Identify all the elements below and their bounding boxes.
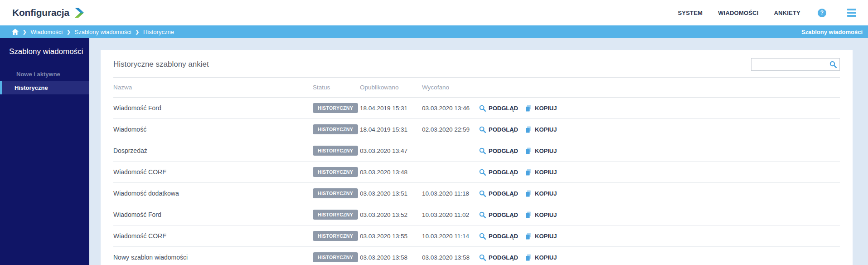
content-card: Historyczne szablony ankiet Nazwa Status… bbox=[101, 50, 853, 265]
search-input[interactable] bbox=[751, 58, 840, 71]
copy-button[interactable]: KOPIUJ bbox=[525, 168, 557, 176]
copy-label: KOPIUJ bbox=[535, 233, 557, 240]
copy-icon bbox=[525, 147, 533, 155]
preview-button[interactable]: PODGLĄD bbox=[479, 211, 518, 219]
table-row: Nowy szablon wiadomości HISTORYCZNY 03.0… bbox=[113, 247, 840, 265]
templates-table: Nazwa Status Opublikowano Wycofano Wiado… bbox=[113, 78, 840, 265]
nav-item-ankiety[interactable]: ANKIETY bbox=[774, 10, 800, 16]
breadcrumb-link-historyczne[interactable]: Historyczne bbox=[143, 29, 174, 35]
status-badge: HISTORYCZNY bbox=[313, 124, 358, 134]
copy-label: KOPIUJ bbox=[535, 147, 557, 154]
table-header-row: Nazwa Status Opublikowano Wycofano bbox=[113, 78, 840, 98]
breadcrumb-context-label: Szablony wiadomości bbox=[801, 29, 863, 35]
status-badge: HISTORYCZNY bbox=[313, 252, 358, 262]
card-header: Historyczne szablony ankiet bbox=[113, 50, 840, 78]
nav-item-system[interactable]: SYSTEM bbox=[678, 10, 703, 16]
copy-button[interactable]: KOPIUJ bbox=[525, 232, 557, 240]
row-actions: PODGLĄD KOPIUJ bbox=[479, 211, 840, 219]
column-header-nazwa: Nazwa bbox=[113, 84, 313, 91]
withdrawn-date: 02.03.2020 22:59 bbox=[422, 126, 479, 133]
preview-button[interactable]: PODGLĄD bbox=[479, 232, 518, 240]
copy-label: KOPIUJ bbox=[535, 169, 557, 176]
preview-label: PODGLĄD bbox=[489, 105, 518, 112]
copy-icon bbox=[525, 104, 533, 112]
row-actions: PODGLĄD KOPIUJ bbox=[479, 254, 840, 261]
preview-label: PODGLĄD bbox=[489, 169, 518, 176]
breadcrumb-link-wiadomosci[interactable]: Wiadomości bbox=[30, 29, 63, 35]
search-box bbox=[751, 58, 840, 71]
breadcrumb-link-szablony[interactable]: Szablony wiadomości bbox=[75, 29, 131, 35]
status-badge: HISTORYCZNY bbox=[313, 210, 358, 220]
published-date: 03.03.2020 13:47 bbox=[360, 147, 422, 154]
template-name: Wiadomość CORE bbox=[113, 232, 313, 240]
copy-button[interactable]: KOPIUJ bbox=[525, 147, 557, 155]
preview-button[interactable]: PODGLĄD bbox=[479, 126, 518, 133]
copy-button[interactable]: KOPIUJ bbox=[525, 126, 557, 133]
copy-icon bbox=[525, 211, 533, 219]
help-icon[interactable]: ? bbox=[818, 9, 826, 17]
preview-button[interactable]: PODGLĄD bbox=[479, 104, 518, 112]
copy-button[interactable]: KOPIUJ bbox=[525, 254, 557, 261]
app-header: Konfiguracja SYSTEM WIADOMOŚCI ANKIETY ? bbox=[0, 0, 868, 25]
template-name: Wiadomość CORE bbox=[113, 168, 313, 176]
table-row: Wiadomość Ford HISTORYCZNY 18.04.2019 15… bbox=[113, 98, 840, 119]
magnifier-icon bbox=[479, 126, 486, 133]
preview-button[interactable]: PODGLĄD bbox=[479, 147, 518, 155]
preview-button[interactable]: PODGLĄD bbox=[479, 168, 518, 176]
published-date: 03.03.2020 13:48 bbox=[360, 169, 422, 176]
preview-label: PODGLĄD bbox=[489, 126, 518, 133]
published-date: 03.03.2020 13:58 bbox=[360, 254, 422, 261]
preview-button[interactable]: PODGLĄD bbox=[479, 190, 518, 197]
published-date: 18.04.2019 15:31 bbox=[360, 105, 422, 112]
copy-label: KOPIUJ bbox=[535, 105, 557, 112]
copy-label: KOPIUJ bbox=[535, 211, 557, 218]
copy-icon bbox=[525, 232, 533, 240]
status-badge: HISTORYCZNY bbox=[313, 188, 358, 198]
home-icon[interactable] bbox=[12, 29, 19, 35]
magnifier-icon bbox=[479, 168, 486, 176]
published-date: 03.03.2020 13:55 bbox=[360, 233, 422, 240]
published-date: 18.04.2019 15:31 bbox=[360, 126, 422, 133]
withdrawn-date: 10.03.2020 11:14 bbox=[422, 233, 479, 240]
chevron-right-icon: ❯ bbox=[67, 29, 70, 34]
preview-label: PODGLĄD bbox=[489, 211, 518, 218]
template-name: Dosprzedaż bbox=[113, 147, 313, 154]
sidebar: Szablony wiadomości Nowe i aktywne Histo… bbox=[0, 38, 89, 265]
screen: Konfiguracja SYSTEM WIADOMOŚCI ANKIETY ? bbox=[0, 0, 868, 265]
withdrawn-date: 10.03.2020 11:18 bbox=[422, 190, 479, 197]
published-date: 03.03.2020 13:51 bbox=[360, 190, 422, 197]
copy-label: KOPIUJ bbox=[535, 190, 557, 197]
table-row: Wiadomość Ford HISTORYCZNY 03.03.2020 13… bbox=[113, 204, 840, 226]
sidebar-item-historyczne[interactable]: Historyczne bbox=[0, 81, 89, 94]
withdrawn-date: 10.03.2020 11:02 bbox=[422, 211, 479, 218]
nav-item-wiadomosci[interactable]: WIADOMOŚCI bbox=[718, 10, 758, 16]
row-actions: PODGLĄD KOPIUJ bbox=[479, 232, 840, 240]
hamburger-menu-icon[interactable] bbox=[847, 9, 856, 17]
sidebar-items: Nowe i aktywne Historyczne bbox=[0, 67, 89, 94]
copy-button[interactable]: KOPIUJ bbox=[525, 211, 557, 219]
template-name: Wiadomość dodatkowa bbox=[113, 190, 313, 197]
table-body: Wiadomość Ford HISTORYCZNY 18.04.2019 15… bbox=[113, 98, 840, 265]
copy-label: KOPIUJ bbox=[535, 126, 557, 133]
magnifier-icon bbox=[479, 147, 486, 155]
column-header-wycofano: Wycofano bbox=[422, 84, 479, 91]
published-date: 03.03.2020 13:52 bbox=[360, 211, 422, 218]
sidebar-title: Szablony wiadomości bbox=[0, 38, 89, 56]
status-badge: HISTORYCZNY bbox=[313, 146, 358, 156]
search-icon[interactable] bbox=[829, 60, 837, 69]
template-name: Wiadomość bbox=[113, 126, 313, 133]
sidebar-item-nowe-i-aktywne[interactable]: Nowe i aktywne bbox=[0, 67, 89, 81]
logo: Konfiguracja bbox=[12, 7, 85, 19]
copy-button[interactable]: KOPIUJ bbox=[525, 190, 557, 197]
magnifier-icon bbox=[479, 254, 486, 261]
status-badge: HISTORYCZNY bbox=[313, 231, 358, 241]
preview-button[interactable]: PODGLĄD bbox=[479, 254, 518, 261]
template-name: Wiadomość Ford bbox=[113, 211, 313, 218]
copy-button[interactable]: KOPIUJ bbox=[525, 104, 557, 112]
copy-icon bbox=[525, 190, 533, 197]
table-row: Wiadomość CORE HISTORYCZNY 03.03.2020 13… bbox=[113, 226, 840, 247]
breadcrumb: ❯ Wiadomości ❯ Szablony wiadomości ❯ His… bbox=[12, 29, 174, 35]
row-actions: PODGLĄD KOPIUJ bbox=[479, 147, 840, 155]
withdrawn-date: 03.03.2020 13:58 bbox=[422, 254, 479, 261]
status-badge: HISTORYCZNY bbox=[313, 167, 358, 177]
